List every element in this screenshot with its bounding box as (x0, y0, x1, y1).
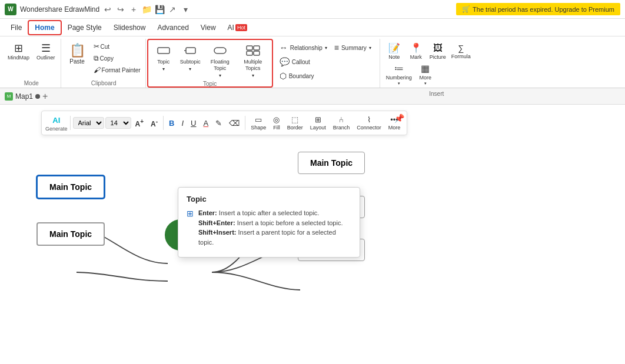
floating-topic-label: Floating Topic (207, 59, 233, 72)
border-button[interactable]: ⬚ Border (284, 113, 306, 132)
multiple-topics-icon (246, 45, 260, 58)
redo-button[interactable]: ↪ (116, 5, 125, 14)
menu-slideshow[interactable]: Slideshow (108, 21, 152, 34)
cut-button[interactable]: ✂ Cut (91, 41, 143, 52)
tooltip-row-1: ⊞ Enter: Insert a topic after a selected… (187, 208, 351, 247)
trial-banner[interactable]: 🛒 The trial period has expired. Upgrade … (456, 3, 620, 15)
topic-button[interactable]: Topic ▾ (151, 44, 177, 74)
mark-button[interactable]: 📍 Mark (405, 41, 427, 61)
callout-button[interactable]: 💬 Callout (277, 55, 324, 68)
more-insert-icon: ▦ (421, 63, 430, 74)
eraser-icon: ⌫ (229, 119, 240, 128)
subtopic-icon (184, 45, 197, 58)
multiple-topics-button[interactable]: Multiple Topics ▾ (237, 44, 270, 80)
format-toolbar: AI Generate Arial 14 A+ A- B I U A ✎ (41, 111, 407, 135)
border-label: Border (287, 125, 303, 131)
numbering-button[interactable]: ≔ Numbering ▾ (384, 62, 414, 87)
right-topic-1[interactable]: Main Topic (298, 152, 365, 174)
canvas: AI Generate Arial 14 A+ A- B I U A ✎ (0, 105, 625, 364)
mindmap-button[interactable]: ⊞ MindMap (5, 41, 32, 63)
summary-button[interactable]: ≡ Summary ▾ (331, 41, 378, 54)
font-color-icon: A (203, 119, 208, 128)
menu-file[interactable]: File (5, 21, 28, 34)
fill-button[interactable]: ◎ Fill (270, 113, 283, 132)
menu-home[interactable]: Home (28, 20, 61, 35)
cut-label: Cut (101, 44, 110, 50)
format-painter-button[interactable]: 🖌 Format Painter (91, 65, 143, 75)
relationship-button[interactable]: ↔ Relationship ▾ (277, 41, 330, 54)
underline-icon: U (191, 119, 196, 128)
pin-button[interactable]: 📌 (394, 113, 404, 123)
highlight-button[interactable]: ✎ (212, 117, 225, 129)
picture-label: Picture (430, 54, 446, 60)
menu-pagestyle[interactable]: Page Style (62, 21, 108, 34)
ribbon-group-mode: ⊞ MindMap ☰ Outliner Mode (2, 39, 61, 88)
paste-icon: 📋 (69, 43, 85, 58)
add-tab-button[interactable]: + (42, 91, 48, 102)
summary-label: Summary (341, 45, 367, 51)
size-select[interactable]: 14 (105, 117, 131, 129)
summary-icon: ≡ (334, 43, 339, 52)
trial-text: The trial period has expired. Upgrade to… (473, 6, 614, 13)
floating-topic-dropdown-icon: ▾ (219, 73, 221, 78)
ai-generate-group: AI Generate (45, 115, 68, 132)
ai-label: AI (49, 115, 63, 126)
relationship-dropdown: ▾ (325, 45, 327, 51)
paste-label: Paste (69, 58, 85, 65)
formula-button[interactable]: ∑ Formula (449, 42, 473, 61)
map-icon: M (5, 92, 13, 101)
picture-button[interactable]: 🖼 Picture (427, 42, 448, 61)
svg-rect-3 (214, 48, 226, 54)
undo-button[interactable]: ↩ (103, 5, 112, 14)
note-button[interactable]: 📝 Note (384, 41, 405, 61)
save-button[interactable]: 💾 (155, 5, 164, 14)
connector-icon: ⌇ (367, 115, 371, 124)
shape-button[interactable]: ▭ Shape (248, 113, 269, 132)
left-topic-2[interactable]: Main Topic (36, 222, 105, 246)
layout-label: Layout (310, 125, 326, 131)
more-title-button[interactable]: ▾ (181, 5, 190, 14)
left-topic-1-label: Main Topic (49, 182, 92, 192)
copy-button[interactable]: ⧉ Copy (91, 53, 143, 64)
underline-button[interactable]: U (188, 117, 199, 129)
export-button[interactable]: ↗ (168, 5, 177, 14)
ribbon: ⊞ MindMap ☰ Outliner Mode 📋 Paste ✂ Cut (0, 36, 625, 88)
font-select[interactable]: Arial (73, 117, 104, 129)
font-increase-button[interactable]: A+ (132, 116, 147, 130)
boundary-button[interactable]: ⬡ Boundary (277, 69, 324, 82)
eraser-button[interactable]: ⌫ (226, 117, 242, 129)
subtopic-label: Subtopic (180, 59, 201, 65)
floating-topic-button[interactable]: Floating Topic ▾ (204, 44, 236, 80)
font-decrease-button[interactable]: A- (148, 116, 161, 130)
callout-label: Callout (292, 59, 310, 65)
cart-icon: 🛒 (462, 5, 470, 13)
layout-button[interactable]: ⊞ Layout (307, 113, 329, 132)
font-increase-icon: A+ (135, 118, 144, 128)
multiple-topics-dropdown-icon: ▾ (252, 73, 254, 78)
outliner-button[interactable]: ☰ Outliner (34, 41, 58, 63)
callout-icon: 💬 (280, 57, 290, 66)
subtopic-button[interactable]: Subtopic ▾ (177, 44, 204, 74)
italic-button[interactable]: I (178, 117, 187, 129)
menu-bar: File Home Page Style Slideshow Advanced … (0, 19, 625, 36)
open-button[interactable]: 📁 (142, 5, 151, 14)
menu-ai[interactable]: AI Hot (222, 21, 253, 34)
new-button[interactable]: + (129, 5, 138, 14)
copy-label: Copy (100, 55, 114, 62)
font-color-button[interactable]: A (200, 117, 211, 129)
more-insert-button[interactable]: ▦ More ▾ (415, 62, 436, 87)
boundary-label: Boundary (289, 73, 314, 79)
bold-button[interactable]: B (166, 117, 177, 129)
branch-button[interactable]: ⑃ Branch (330, 113, 353, 132)
title-bar: W Wondershare EdrawMind ↩ ↪ + 📁 💾 ↗ ▾ 🛒 … (0, 0, 625, 19)
left-topic-1[interactable]: Main Topic (36, 175, 105, 199)
menu-view[interactable]: View (195, 21, 222, 34)
svg-rect-7 (254, 51, 260, 55)
paste-button[interactable]: 📋 Paste (65, 41, 90, 66)
connector-button[interactable]: ⌇ Connector (354, 113, 384, 132)
fill-icon: ◎ (273, 115, 280, 124)
more-insert-label: More (420, 75, 432, 81)
clipboard-buttons: 📋 Paste ✂ Cut ⧉ Copy 🖌 Format Painter (65, 39, 143, 79)
note-label: Note (388, 54, 400, 60)
menu-advanced[interactable]: Advanced (151, 21, 194, 34)
